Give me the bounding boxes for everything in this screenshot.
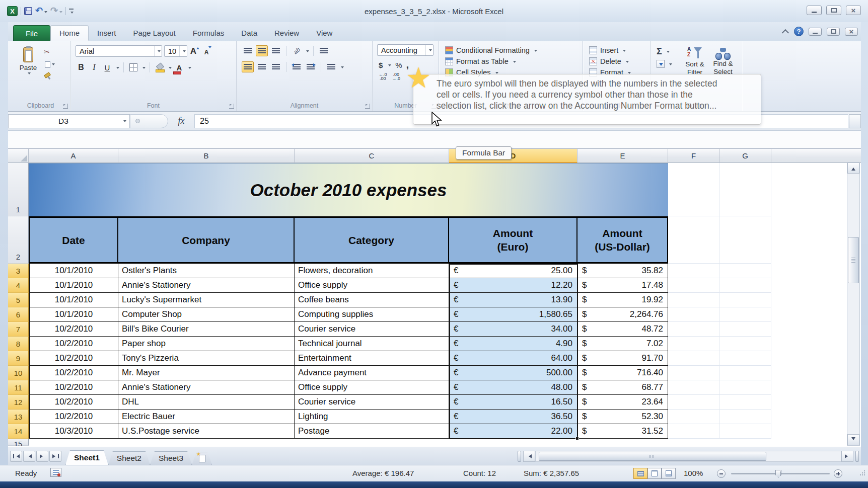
orientation-button[interactable]: ab <box>291 45 303 56</box>
column-header-e[interactable]: E <box>577 149 668 163</box>
tab-data[interactable]: Data <box>233 25 266 41</box>
cell-amount-euro[interactable]: €500.00 <box>449 366 577 380</box>
cell-amount-usd[interactable]: $716.40 <box>577 366 668 380</box>
scrollbar-split-handle[interactable] <box>855 451 859 462</box>
cell-date[interactable]: 10/2/2010 <box>29 322 118 337</box>
cell-date[interactable]: 10/1/2010 <box>29 293 118 307</box>
alignment-dialog-launcher[interactable] <box>365 104 370 109</box>
fill-button[interactable] <box>657 60 681 68</box>
cell-empty[interactable] <box>719 322 771 337</box>
row-header[interactable]: 4 <box>8 278 29 293</box>
scroll-right-button[interactable] <box>841 451 853 462</box>
cell-company[interactable]: DHL <box>118 395 295 410</box>
cell-empty[interactable] <box>668 307 719 322</box>
cell-amount-usd[interactable]: $52.30 <box>577 410 668 424</box>
cell-category[interactable]: Office supply <box>295 380 449 395</box>
cell-category[interactable]: Computing supplies <box>295 307 449 322</box>
cell-company[interactable]: Tony's Pizzeria <box>118 351 295 366</box>
cell-empty[interactable] <box>719 424 771 439</box>
cell-category[interactable]: Postage <box>295 424 449 439</box>
column-header-c[interactable]: C <box>295 149 449 163</box>
percent-style-button[interactable]: % <box>395 61 402 69</box>
cell-empty[interactable] <box>719 410 771 424</box>
cell-category[interactable]: Advance payment <box>295 366 449 380</box>
cell-amount-usd[interactable]: $19.92 <box>577 293 668 307</box>
cell-amount-euro[interactable]: €34.00 <box>449 322 577 337</box>
horizontal-scroll-track[interactable] <box>535 451 841 462</box>
format-as-table-button[interactable]: Format as Table <box>445 57 583 65</box>
collapse-ribbon-icon[interactable] <box>782 29 789 36</box>
cell-amount-euro[interactable]: €16.50 <box>449 395 577 410</box>
close-button[interactable]: × <box>846 6 861 15</box>
cell-date[interactable]: 10/1/2010 <box>29 278 118 293</box>
scroll-left-button[interactable] <box>523 451 535 462</box>
middle-align-button[interactable] <box>256 45 268 56</box>
cell-category[interactable]: Lighting <box>295 410 449 424</box>
font-name-combo[interactable]: Arial <box>76 45 162 57</box>
workbook-close-button[interactable]: × <box>845 28 858 36</box>
cell-category[interactable]: Technical journal <box>295 337 449 351</box>
clipboard-dialog-launcher[interactable] <box>63 104 68 109</box>
cell-empty[interactable] <box>668 322 719 337</box>
header-amount-usd[interactable]: Amount(US-Dollar) <box>577 216 668 264</box>
cell-empty[interactable] <box>719 163 771 216</box>
header-amount-euro[interactable]: Amount(Euro) <box>449 216 577 264</box>
cell-company[interactable]: Computer Shop <box>118 307 295 322</box>
scroll-up-button[interactable] <box>847 162 859 174</box>
cell-empty[interactable] <box>719 216 771 264</box>
cell-date[interactable]: 10/3/2010 <box>29 424 118 439</box>
bold-button[interactable]: B <box>76 62 87 73</box>
workbook-restore-button[interactable] <box>827 28 840 36</box>
column-header-b[interactable]: B <box>118 149 295 163</box>
cell-category[interactable]: Entertainment <box>295 351 449 366</box>
vertical-scroll-track[interactable] <box>847 174 859 434</box>
resize-grip[interactable] <box>858 470 865 477</box>
cell-empty[interactable] <box>668 410 719 424</box>
select-all-corner[interactable] <box>8 149 29 163</box>
page-break-view-button[interactable] <box>662 468 676 479</box>
header-company[interactable]: Company <box>118 216 295 264</box>
minimize-button[interactable] <box>807 6 822 15</box>
cell-company[interactable]: U.S.Postage service <box>118 424 295 439</box>
cell-amount-usd[interactable]: $48.72 <box>577 322 668 337</box>
column-header-f[interactable]: F <box>668 149 719 163</box>
cell-empty[interactable] <box>719 307 771 322</box>
cell-empty[interactable] <box>719 293 771 307</box>
bottom-align-button[interactable] <box>270 45 282 56</box>
sheet-tab-sheet2[interactable]: Sheet2 <box>108 451 150 465</box>
tab-review[interactable]: Review <box>266 25 308 41</box>
macro-record-button[interactable] <box>50 468 61 477</box>
cell-empty[interactable] <box>719 264 771 278</box>
cell-date[interactable]: 10/2/2010 <box>29 366 118 380</box>
zoom-level[interactable]: 100% <box>684 469 703 477</box>
font-dialog-launcher[interactable] <box>229 104 234 109</box>
delete-cells-button[interactable]: Delete <box>589 57 650 65</box>
row-header-15[interactable]: 15 <box>8 439 29 446</box>
conditional-formatting-button[interactable]: Conditional Formatting <box>445 46 583 54</box>
borders-button[interactable] <box>128 62 139 73</box>
decrease-indent-button[interactable] <box>291 61 303 72</box>
cell-amount-euro[interactable]: €22.00 <box>449 424 577 439</box>
row-header[interactable]: 10 <box>8 366 29 380</box>
cell-date[interactable]: 10/1/2010 <box>29 307 118 322</box>
cut-button[interactable]: ✂ <box>42 47 56 57</box>
zoom-in-button[interactable] <box>834 469 842 478</box>
cell-empty[interactable] <box>668 395 719 410</box>
top-align-button[interactable] <box>242 45 254 56</box>
cell-date[interactable]: 10/2/2010 <box>29 395 118 410</box>
cell-amount-usd[interactable]: $7.02 <box>577 337 668 351</box>
cell-empty[interactable] <box>668 351 719 366</box>
sheet-tab-sheet3[interactable]: Sheet3 <box>150 451 192 465</box>
cell-amount-usd[interactable]: $91.70 <box>577 351 668 366</box>
save-button[interactable] <box>24 7 32 15</box>
cell-amount-euro[interactable]: €13.90 <box>449 293 577 307</box>
number-format-combo[interactable]: Accounting <box>377 44 433 56</box>
next-sheet-button[interactable] <box>36 451 48 462</box>
row-header[interactable]: 6 <box>8 307 29 322</box>
increase-decimal-button[interactable]: ←.0.00 <box>379 72 387 80</box>
font-color-button[interactable]: A <box>174 62 185 73</box>
insert-function-button[interactable]: fx <box>168 116 194 126</box>
cell-category[interactable]: Flowers, decoration <box>295 264 449 278</box>
vertical-scrollbar[interactable] <box>847 162 860 446</box>
row-header[interactable]: 7 <box>8 322 29 337</box>
